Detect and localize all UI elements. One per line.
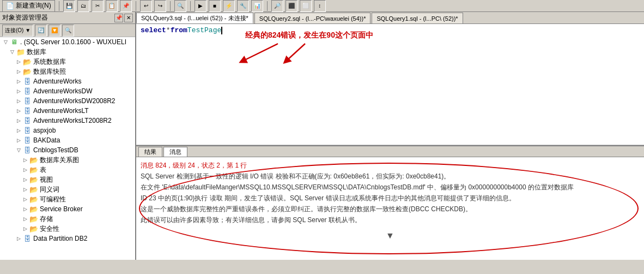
tab-sqlquery2-label: SQLQuery2.sql - (l...-PC\waxuelei (54))*	[259, 15, 366, 22]
synonyms-icon: 📂	[29, 185, 38, 194]
filter-button[interactable]: 🔽	[48, 25, 60, 37]
tables-expand-icon: ▷	[22, 166, 28, 173]
text-cursor	[221, 27, 222, 34]
tab-sqlquery1[interactable]: SQLQuery1.sql - (l...PC\ (52))*	[372, 13, 463, 23]
toolbar-btn-17[interactable]: ↕	[314, 0, 326, 12]
aw-expand-icon: ▷	[15, 78, 22, 85]
toolbar-btn-10[interactable]: ■	[209, 0, 221, 12]
panel-pin-button[interactable]: 📌	[114, 14, 123, 22]
awlt-expand-icon: ▷	[15, 108, 22, 114]
tab-sqlquery2[interactable]: SQLQuery2.sql - (l...-PC\waxuelei (54))*	[254, 13, 371, 23]
tree-item-db-snapshots[interactable]: ▷ 📂 数据库快照	[0, 67, 135, 76]
tree-item-service-broker[interactable]: ▷ 📂 Service Broker	[0, 204, 135, 214]
svcbroker-icon: 📂	[29, 205, 38, 213]
tree-item-synonyms[interactable]: ▷ 📂 同义词	[0, 184, 135, 194]
tree-item-adventureworkslt[interactable]: ▷ 🗄 AdventureWorksLT	[0, 106, 135, 116]
svcbroker-label: Service Broker	[40, 205, 83, 213]
system-dbs-label: 系统数据库	[33, 57, 66, 67]
awlt2008-label: AdventureWorksLT2008R2	[33, 117, 112, 124]
toolbar-btn-15[interactable]: ⬛	[285, 0, 297, 12]
sql-operator-star: *	[166, 26, 171, 34]
tree-item-cnblogstestdb[interactable]: ▽ 🗄 CnblogsTestDB	[0, 145, 135, 155]
synonyms-expand-icon: ▷	[22, 186, 28, 193]
databases-label: 数据库	[27, 47, 46, 57]
toolbar-btn-4[interactable]: 📋	[106, 0, 118, 12]
search-button[interactable]: 🔍	[62, 25, 74, 37]
down-arrow-icon: ▼	[386, 231, 394, 240]
toolbar-btn-14[interactable]: 🔎	[271, 0, 283, 12]
right-panel: SQLQuery3.sql - (l...uelei (52)) - 未连接* …	[136, 12, 644, 260]
tree-item-db-diagram[interactable]: ▷ 📂 数据库关系图	[0, 155, 135, 165]
sql-line-1: select * from TestPage	[141, 26, 640, 34]
message-text-5: 这是一个威胁数据库完整性的严重错误条件，必须立即纠正。请执行完整的数据库一致性检…	[141, 205, 472, 213]
tree-item-views[interactable]: ▷ 📂 视图	[0, 175, 135, 184]
security-label: 安全性	[40, 224, 59, 234]
diagram-label: 数据库关系图	[40, 156, 79, 165]
sql-editor[interactable]: select * from TestPage	[136, 24, 644, 145]
awdw-expand-icon: ▷	[15, 88, 22, 94]
svcbroker-expand-icon: ▷	[22, 206, 28, 212]
tree-item-adventureworks[interactable]: ▷ 🗄 AdventureWorks	[0, 76, 135, 86]
server-label: . (SQL Server 10.0.1600 - WUXUELI	[20, 38, 126, 46]
tree-item-adventureworksdw2008r2[interactable]: ▷ 🗄 AdventureWorksDW2008R2	[0, 96, 135, 106]
tree-item-server[interactable]: ▽ 🖥 . (SQL Server 10.0.1600 - WUXUELI	[0, 37, 135, 47]
toolbar-btn-9[interactable]: ▶	[195, 0, 206, 12]
panel-toolbar: 连接(O) ▼ 🔄 🔽 🔍	[0, 24, 135, 37]
toolbar-btn-8[interactable]: 🔍	[174, 0, 186, 12]
panel-close-button[interactable]: ✕	[124, 14, 133, 22]
main-layout: 对象资源管理器 📌 ✕ 连接(O) ▼ 🔄 🔽 🔍 ▽ 🖥 . (SQL Ser…	[0, 12, 644, 260]
tables-icon: 📂	[29, 165, 38, 174]
toolbar-btn-7[interactable]: ↪	[154, 0, 166, 12]
toolbar-btn-2[interactable]: 🗂	[77, 0, 89, 12]
toolbar-btn-1[interactable]: 💾	[63, 0, 75, 12]
separator-2	[136, 1, 136, 11]
awdw-label: AdventureWorksDW	[33, 87, 92, 95]
tree-item-system-dbs[interactable]: ▷ 📂 系统数据库	[0, 57, 135, 67]
tab-sqlquery3[interactable]: SQLQuery3.sql - (l...uelei (52)) - 未连接*	[136, 13, 253, 23]
new-query-button[interactable]: 📄 新建查询(N)	[2, 0, 55, 12]
tree-container[interactable]: ▽ 🖥 . (SQL Server 10.0.1600 - WUXUELI ▽ …	[0, 37, 135, 260]
prog-expand-icon: ▷	[22, 196, 28, 202]
cnblogs-expand-icon: ▽	[15, 147, 22, 153]
tree-item-data-partition-db2[interactable]: ▷ 🗄 Data Partition DB2	[0, 234, 135, 243]
tree-item-storage[interactable]: ▷ 📂 存储	[0, 214, 135, 224]
message-text-6: 此错误可以由许多因素导致；有关详细信息，请参阅 SQL Server 联机从书。	[141, 216, 361, 224]
connect-button[interactable]: 连接(O) ▼	[2, 25, 33, 37]
tree-item-programmability[interactable]: ▷ 📂 可编程性	[0, 194, 135, 204]
security-icon: 📂	[29, 224, 38, 233]
connect-label: 连接(O) ▼	[5, 27, 31, 34]
refresh-button[interactable]: 🔄	[35, 25, 47, 37]
db-snapshots-icon: 📂	[23, 67, 32, 76]
sql-keyword-select: select	[141, 26, 166, 34]
tree-item-bakdata[interactable]: ▷ 🗄 BAKData	[0, 135, 135, 145]
awlt2008-icon: 🗄	[23, 116, 32, 125]
message-line-4: ID 23 中的页(1:90)执行 读取 期间，发生了该错误。SQL Serve…	[141, 193, 640, 203]
awlt2008-expand-icon: ▷	[15, 117, 22, 124]
cnblogs-label: CnblogsTestDB	[33, 146, 78, 154]
toolbar-btn-6[interactable]: ↩	[140, 0, 152, 12]
tree-item-security[interactable]: ▷ 📂 安全性	[0, 224, 135, 234]
toolbar-btn-5[interactable]: 📌	[120, 0, 132, 12]
toolbar-btn-3[interactable]: ✂	[92, 0, 104, 12]
tree-item-databases[interactable]: ▽ 📁 数据库	[0, 47, 135, 57]
aspxjob-label: aspxjob	[33, 127, 56, 134]
tree-item-tables[interactable]: ▷ 📂 表	[0, 165, 135, 175]
dp2-label: Data Partition DB2	[33, 235, 87, 242]
result-content[interactable]: 消息 824，级别 24，状态 2，第 1 行 SQL Server 检测到基于…	[136, 157, 644, 260]
toolbar-btn-13[interactable]: 📊	[251, 0, 263, 12]
toolbar-btn-12[interactable]: 🔧	[237, 0, 249, 12]
message-line-2: SQL Server 检测到基于一致性的逻辑 I/O 错误 校验和不正确(应为:…	[141, 171, 640, 181]
tree-item-adventureworksdw[interactable]: ▷ 🗄 AdventureWorksDW	[0, 86, 135, 96]
tables-label: 表	[40, 165, 46, 175]
result-area: 结果 消息 消息 824，级别 24，状态 2，第 1 行 SQL Server…	[136, 145, 644, 260]
separator-5	[267, 1, 268, 11]
result-tab-results[interactable]: 结果	[138, 147, 162, 157]
toolbar-btn-11[interactable]: ⚡	[223, 0, 235, 12]
awlt-icon: 🗄	[23, 106, 32, 115]
tree-item-aspxjob[interactable]: ▷ 🗄 aspxjob	[0, 126, 135, 135]
prog-icon: 📂	[29, 195, 38, 204]
toolbar-btn-16[interactable]: ⬜	[300, 0, 312, 12]
bakdata-label: BAKData	[33, 136, 60, 144]
tree-item-adventureworkslt2008r2[interactable]: ▷ 🗄 AdventureWorksLT2008R2	[0, 116, 135, 126]
result-tab-messages[interactable]: 消息	[163, 147, 187, 157]
